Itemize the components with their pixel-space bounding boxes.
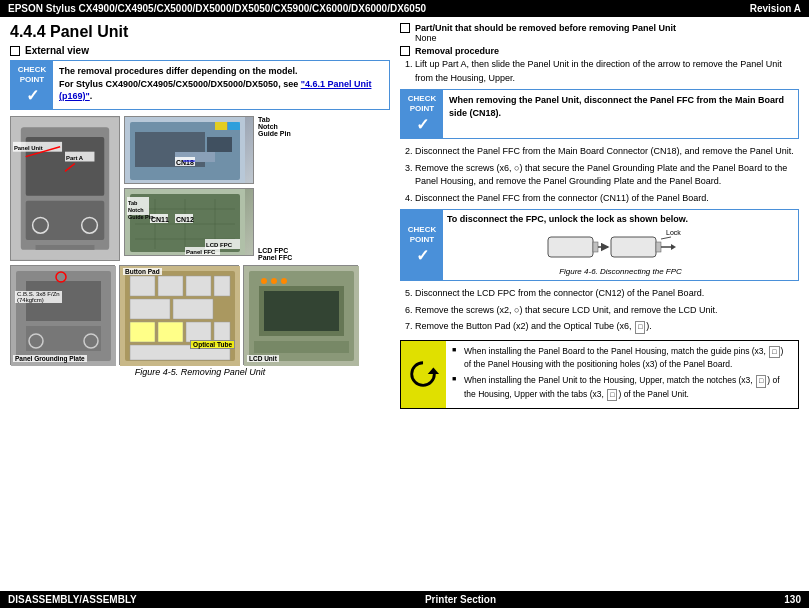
step-2: Disconnect the Panel FFC from the Main B… xyxy=(415,145,799,159)
step-6: Remove the screws (x2, ○) that secure LC… xyxy=(415,304,799,318)
reassembly-text: When installing the Panel Board to the P… xyxy=(446,341,798,408)
external-view-label: External view xyxy=(10,45,390,56)
svg-rect-53 xyxy=(158,276,183,296)
section-title: 4.4.4 Panel Unit xyxy=(10,23,390,41)
notch-label: Notch xyxy=(258,123,292,130)
removal-checkbox xyxy=(400,46,410,56)
svg-point-70 xyxy=(281,278,287,284)
svg-text:Panel Unit: Panel Unit xyxy=(14,145,43,151)
svg-rect-16 xyxy=(207,137,232,152)
cbs-label: C.B.S. 3x8 F/Zn(74kgfcm) xyxy=(15,291,62,303)
grounding-plate-image: Panel Grounding Plate C.B.S. 3x8 F/Zn(74… xyxy=(10,265,115,365)
svg-text:Guide Pin: Guide Pin xyxy=(128,214,154,220)
checkmark-icon-2: ✓ xyxy=(416,115,429,134)
svg-rect-56 xyxy=(130,299,170,319)
page-header: EPSON Stylus CX4900/CX4905/CX5000/DX5000… xyxy=(0,0,809,17)
svg-rect-74 xyxy=(611,237,656,257)
reassembly-box: When installing the Panel Board to the P… xyxy=(400,340,799,409)
checkpoint-badge-2: CHECK POINT ✓ xyxy=(401,90,443,138)
guide-pin-label: Guide Pin xyxy=(258,130,292,137)
footer-center: Printer Section xyxy=(425,594,496,605)
reassembly-badge xyxy=(401,341,446,408)
step-4: Disconnect the Panel FFC from the connec… xyxy=(415,192,799,206)
lcd-fpc-label: LCD FPC xyxy=(258,247,292,254)
svg-rect-6 xyxy=(36,245,95,250)
checkbox-icon xyxy=(10,46,20,56)
optical-tube-label: Optical Tube xyxy=(190,340,235,349)
large-images-area: Panel Unit Part A xyxy=(10,116,390,261)
checkpoint-link-1[interactable]: "4.6.1 Panel Unit (p169)" xyxy=(59,79,371,102)
panel-unit-image: Panel Unit Part A xyxy=(10,116,120,261)
figure-caption: Figure 4-5. Removing Panel Unit xyxy=(10,367,390,377)
svg-text:Lock: Lock xyxy=(666,229,681,236)
svg-rect-66 xyxy=(264,291,339,331)
header-revision: Revision A xyxy=(750,3,801,14)
tab-label: Tab xyxy=(258,116,292,123)
svg-text:CN12: CN12 xyxy=(176,216,194,223)
svg-marker-77 xyxy=(671,244,676,250)
reassembly-item-2: When installing the Panel Unit to the Ho… xyxy=(452,374,792,401)
removal-title: Removal procedure xyxy=(415,46,499,56)
checkmark-icon-1: ✓ xyxy=(26,86,39,105)
button-pad-image: Button Pad Optical Tube xyxy=(119,265,239,365)
panel-ffc-label: Panel FFC xyxy=(258,254,292,261)
panel-board-image: CN11 CN12 Tab Notch Guide Pin LCD FPC xyxy=(124,188,254,256)
svg-point-69 xyxy=(271,278,277,284)
checkpoint-content-3: To disconnect the FPC, unlock the lock a… xyxy=(443,210,798,280)
main-content: 4.4.4 Panel Unit External view CHECK POI… xyxy=(0,17,809,579)
svg-rect-71 xyxy=(548,237,593,257)
step-7: Remove the Button Pad (x2) and the Optic… xyxy=(415,320,799,334)
svg-text:Notch: Notch xyxy=(128,207,144,213)
svg-rect-60 xyxy=(186,322,211,342)
svg-point-49 xyxy=(56,272,66,282)
svg-marker-80 xyxy=(428,367,439,374)
svg-rect-57 xyxy=(173,299,213,319)
svg-line-79 xyxy=(661,237,671,239)
checkpoint-box-3: CHECK POINT ✓ To disconnect the FPC, unl… xyxy=(400,209,799,281)
svg-text:Part A: Part A xyxy=(66,155,84,161)
svg-rect-3 xyxy=(26,201,105,240)
checkpoint-text-3: To disconnect the FPC, unlock the lock a… xyxy=(447,214,794,224)
reassembly-item-1: When installing the Panel Board to the P… xyxy=(452,345,792,371)
checkpoint-text-1: The removal procedures differ depending … xyxy=(53,61,389,109)
svg-text:Tab: Tab xyxy=(128,200,138,206)
checkpoint-box-1: CHECK POINT ✓ The removal procedures dif… xyxy=(10,60,390,110)
fpc-diagram: Lock xyxy=(447,227,794,267)
fpc-fig-caption: Figure 4-6. Disconnecting the FPC xyxy=(447,267,794,276)
removal-steps-3: Disconnect the LCD FPC from the connecto… xyxy=(400,287,799,334)
header-title: EPSON Stylus CX4900/CX4905/CX5000/DX5000… xyxy=(8,3,426,14)
prereq-value: None xyxy=(415,33,676,43)
svg-rect-59 xyxy=(158,322,183,342)
svg-rect-55 xyxy=(214,276,230,296)
cn18-image: CN18 xyxy=(124,116,254,184)
lcd-unit-image: LCD Unit xyxy=(243,265,358,365)
footer-page-number: 130 xyxy=(784,594,801,605)
prereq-checkbox xyxy=(400,23,410,33)
left-column: 4.4.4 Panel Unit External view CHECK POI… xyxy=(10,23,390,573)
svg-rect-22 xyxy=(228,122,240,130)
button-pad-label: Button Pad xyxy=(123,268,162,275)
svg-rect-75 xyxy=(656,242,661,252)
prereq-title: Part/Unit that should be removed before … xyxy=(415,23,676,33)
checkmark-icon-3: ✓ xyxy=(416,246,429,265)
svg-text:Panel FFC: Panel FFC xyxy=(186,249,216,255)
external-view-text: External view xyxy=(25,45,89,56)
svg-rect-21 xyxy=(215,122,227,130)
svg-rect-52 xyxy=(130,276,155,296)
removal-steps-2: Disconnect the Panel FFC from the Main B… xyxy=(400,145,799,205)
bottom-images-area: Panel Grounding Plate C.B.S. 3x8 F/Zn(74… xyxy=(10,265,390,365)
checkpoint-badge-1: CHECK POINT ✓ xyxy=(11,61,53,109)
right-column: Part/Unit that should be removed before … xyxy=(400,23,799,573)
panel-grounding-plate-label: Panel Grounding Plate xyxy=(13,355,87,362)
removal-steps: Lift up Part A, then slide the Panel Uni… xyxy=(400,58,799,85)
svg-rect-54 xyxy=(186,276,211,296)
step-5: Disconnect the LCD FPC from the connecto… xyxy=(415,287,799,301)
prereq-section: Part/Unit that should be removed before … xyxy=(400,23,799,43)
step-3: Remove the screws (x6, ○) that secure th… xyxy=(415,162,799,189)
lcd-unit-label: LCD Unit xyxy=(247,355,279,362)
checkpoint-box-2: CHECK POINT ✓ When removing the Panel Un… xyxy=(400,89,799,139)
checkpoint-badge-3: CHECK POINT ✓ xyxy=(401,210,443,280)
checkpoint-text-2: When removing the Panel Unit, disconnect… xyxy=(443,90,798,138)
page-footer: DISASSEMBLY/ASSEMBLY Printer Section 130 xyxy=(0,591,809,608)
svg-text:CN18: CN18 xyxy=(176,159,194,166)
